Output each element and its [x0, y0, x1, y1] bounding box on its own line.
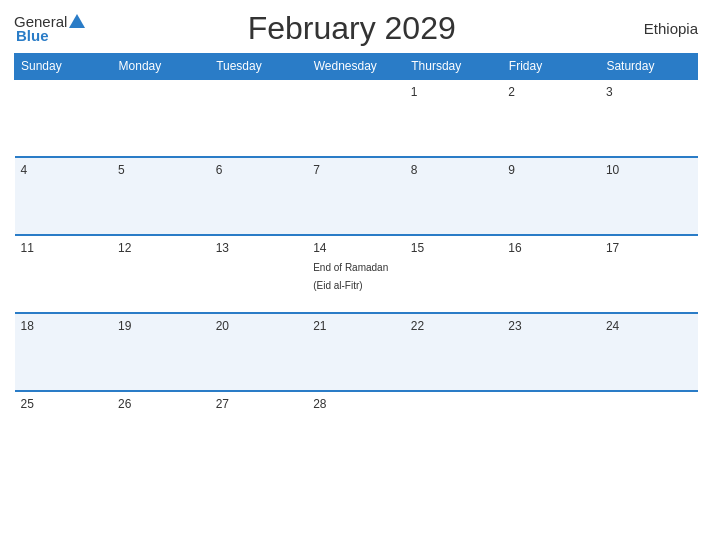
logo-blue-text: Blue: [16, 27, 49, 44]
day-number: 20: [216, 319, 302, 333]
day-number: 6: [216, 163, 302, 177]
table-row: 24: [600, 313, 698, 391]
table-row: 22: [405, 313, 503, 391]
day-number: 15: [411, 241, 497, 255]
day-number: 23: [508, 319, 594, 333]
day-number: 2: [508, 85, 594, 99]
calendar-week-row: 18192021222324: [15, 313, 698, 391]
table-row: [15, 79, 113, 157]
day-number: 13: [216, 241, 302, 255]
calendar-week-row: 45678910: [15, 157, 698, 235]
table-row: 10: [600, 157, 698, 235]
weekday-header-row: Sunday Monday Tuesday Wednesday Thursday…: [15, 54, 698, 80]
table-row: 9: [502, 157, 600, 235]
day-number: 9: [508, 163, 594, 177]
table-row: 6: [210, 157, 308, 235]
logo: General Blue: [14, 13, 85, 44]
table-row: 17: [600, 235, 698, 313]
country-label: Ethiopia: [618, 20, 698, 37]
table-row: [307, 79, 405, 157]
table-row: 1: [405, 79, 503, 157]
calendar-week-row: 25262728: [15, 391, 698, 469]
day-number: 19: [118, 319, 204, 333]
logo-triangle-icon: [69, 14, 85, 28]
day-number: 25: [21, 397, 107, 411]
day-number: 24: [606, 319, 692, 333]
day-number: 4: [21, 163, 107, 177]
day-number: 8: [411, 163, 497, 177]
table-row: 25: [15, 391, 113, 469]
col-tuesday: Tuesday: [210, 54, 308, 80]
table-row: 21: [307, 313, 405, 391]
table-row: 14End of Ramadan (Eid al-Fitr): [307, 235, 405, 313]
table-row: [210, 79, 308, 157]
col-wednesday: Wednesday: [307, 54, 405, 80]
col-friday: Friday: [502, 54, 600, 80]
table-row: 2: [502, 79, 600, 157]
calendar-week-row: 123: [15, 79, 698, 157]
day-number: 7: [313, 163, 399, 177]
calendar-week-row: 11121314End of Ramadan (Eid al-Fitr)1516…: [15, 235, 698, 313]
table-row: [405, 391, 503, 469]
table-row: 18: [15, 313, 113, 391]
day-number: 26: [118, 397, 204, 411]
table-row: 5: [112, 157, 210, 235]
table-row: 26: [112, 391, 210, 469]
day-number: 18: [21, 319, 107, 333]
table-row: 3: [600, 79, 698, 157]
table-row: 20: [210, 313, 308, 391]
event-label: End of Ramadan (Eid al-Fitr): [313, 262, 388, 291]
col-saturday: Saturday: [600, 54, 698, 80]
day-number: 3: [606, 85, 692, 99]
day-number: 5: [118, 163, 204, 177]
day-number: 27: [216, 397, 302, 411]
day-number: 11: [21, 241, 107, 255]
table-row: 12: [112, 235, 210, 313]
day-number: 17: [606, 241, 692, 255]
calendar-title: February 2029: [85, 10, 618, 47]
table-row: 28: [307, 391, 405, 469]
day-number: 16: [508, 241, 594, 255]
table-row: 13: [210, 235, 308, 313]
day-number: 1: [411, 85, 497, 99]
table-row: 19: [112, 313, 210, 391]
col-monday: Monday: [112, 54, 210, 80]
table-row: 16: [502, 235, 600, 313]
table-row: 11: [15, 235, 113, 313]
calendar-page: General Blue February 2029 Ethiopia Sund…: [0, 0, 712, 550]
table-row: 27: [210, 391, 308, 469]
table-row: [600, 391, 698, 469]
day-number: 22: [411, 319, 497, 333]
table-row: 4: [15, 157, 113, 235]
header: General Blue February 2029 Ethiopia: [14, 10, 698, 47]
col-thursday: Thursday: [405, 54, 503, 80]
table-row: 23: [502, 313, 600, 391]
calendar-table: Sunday Monday Tuesday Wednesday Thursday…: [14, 53, 698, 469]
table-row: 7: [307, 157, 405, 235]
col-sunday: Sunday: [15, 54, 113, 80]
table-row: [502, 391, 600, 469]
day-number: 28: [313, 397, 399, 411]
day-number: 14: [313, 241, 399, 255]
table-row: [112, 79, 210, 157]
day-number: 21: [313, 319, 399, 333]
day-number: 10: [606, 163, 692, 177]
table-row: 8: [405, 157, 503, 235]
day-number: 12: [118, 241, 204, 255]
table-row: 15: [405, 235, 503, 313]
